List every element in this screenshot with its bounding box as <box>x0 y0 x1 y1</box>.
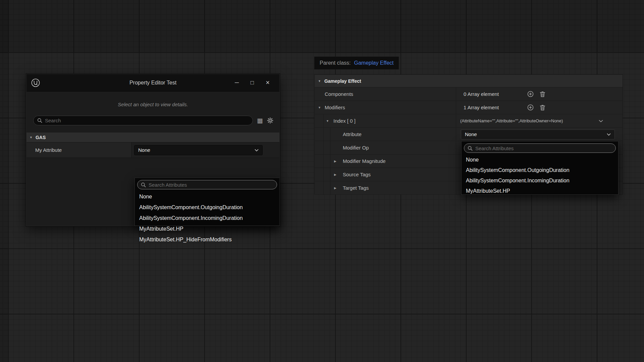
property-editor-body: Select an object to view details. ▦ <box>26 92 279 226</box>
attribute-picker-dropdown: None AbilitySystemComponent.OutgoingDura… <box>135 178 280 226</box>
dropdown-option[interactable]: MyAttributeSet.HP <box>462 186 618 196</box>
parent-class-link[interactable]: Gameplay Effect <box>354 60 393 66</box>
row-label: Index [ 0 ] <box>315 118 356 124</box>
window-controls: ─ □ × <box>229 76 275 89</box>
view-options-button[interactable] <box>267 117 273 124</box>
dropdown-option[interactable]: None <box>135 191 279 202</box>
my-attribute-combo[interactable]: None <box>134 145 263 155</box>
array-count: 1 Array element <box>464 105 527 110</box>
row-label: Components <box>315 91 353 97</box>
viewport: Property Editor Test ─ □ × Select an obj… <box>0 0 644 362</box>
parent-class-chip: Parent class: Gameplay Effect <box>314 57 399 69</box>
combo-selected-value: None <box>465 131 477 137</box>
clear-array-button[interactable] <box>540 91 545 97</box>
array-count: 0 Array element <box>464 91 527 97</box>
row-label: Attribute <box>315 131 362 137</box>
column-view-button[interactable]: ▦ <box>257 117 263 124</box>
window-titlebar[interactable]: Property Editor Test ─ □ × <box>26 74 279 92</box>
property-label: My Attribute <box>26 142 131 158</box>
category-expanded-icon: ▼ <box>318 79 321 83</box>
row-label: Modifier Op <box>315 145 369 150</box>
search-input-wrap[interactable] <box>33 116 253 125</box>
clear-array-button[interactable] <box>540 105 545 111</box>
gear-icon <box>267 117 273 124</box>
dropdown-search-input[interactable] <box>475 145 612 151</box>
struct-summary: (AttributeName="",Attribute="",Attribute… <box>460 118 563 123</box>
index-0-row: ▼ Index [ 0 ] (AttributeName="",Attribut… <box>315 114 623 128</box>
grid-view-icon: ▦ <box>257 117 263 124</box>
search-toolbar: ▦ <box>33 115 273 125</box>
category-gameplay-effect[interactable]: ▼ Gameplay Effect <box>315 75 623 87</box>
modifiers-row: ▼ Modifiers 1 Array element <box>315 101 623 114</box>
category-label: Gameplay Effect <box>324 78 361 84</box>
dropdown-option[interactable]: AbilitySystemComponent.IncomingDuration <box>462 176 618 186</box>
dropdown-search-input[interactable] <box>149 182 273 188</box>
attribute-picker-dropdown: None AbilitySystemComponent.OutgoingDura… <box>461 141 619 195</box>
chevron-down-icon <box>255 149 259 152</box>
expander-collapsed-icon[interactable]: ▶ <box>334 186 336 190</box>
expander-expanded-icon[interactable]: ▼ <box>326 119 329 123</box>
dropdown-option[interactable]: None <box>462 155 618 165</box>
my-attribute-row: My Attribute None <box>26 142 279 158</box>
dropdown-search-wrap[interactable] <box>137 180 277 189</box>
minimize-button[interactable]: ─ <box>229 76 245 89</box>
grid-shade-left <box>0 0 8 362</box>
dropdown-option[interactable]: MyAttributeSet.HP_HideFromModifiers <box>135 234 279 245</box>
expander-collapsed-icon[interactable]: ▶ <box>334 173 336 176</box>
category-label: GAS <box>36 135 46 140</box>
components-row: Components 0 Array element <box>315 87 623 101</box>
details-panel: ▼ Gameplay Effect Components 0 Array ele… <box>314 74 623 194</box>
category-gas[interactable]: ▼ GAS <box>26 132 279 142</box>
property-value-cell: None <box>131 142 279 158</box>
search-icon <box>37 118 42 123</box>
expander-collapsed-icon[interactable]: ▶ <box>334 160 336 163</box>
combo-selected-value: None <box>138 147 150 153</box>
search-input[interactable] <box>45 118 249 123</box>
row-label: Target Tags <box>315 185 369 191</box>
chevron-down-icon[interactable] <box>599 120 603 122</box>
unreal-logo-icon <box>31 78 41 88</box>
search-icon <box>141 182 146 187</box>
chevron-down-icon <box>607 133 611 136</box>
row-label: Modifier Magnitude <box>315 158 386 164</box>
dropdown-option[interactable]: MyAttributeSet.HP <box>135 224 279 234</box>
row-label: Source Tags <box>315 172 371 177</box>
dropdown-option[interactable]: AbilitySystemComponent.OutgoingDuration <box>462 165 618 176</box>
property-editor-window: Property Editor Test ─ □ × Select an obj… <box>26 74 280 226</box>
grid-shade-top <box>0 0 644 52</box>
search-icon <box>468 146 473 151</box>
add-array-element-button[interactable] <box>527 104 534 111</box>
add-array-element-button[interactable] <box>527 91 534 97</box>
expander-expanded-icon[interactable]: ▼ <box>318 106 321 109</box>
dropdown-search-wrap[interactable] <box>464 143 616 153</box>
maximize-button[interactable]: □ <box>245 76 260 89</box>
attribute-row: Attribute None <box>315 128 623 141</box>
empty-selection-hint: Select an object to view details. <box>26 102 279 107</box>
dropdown-option[interactable]: AbilitySystemComponent.OutgoingDuration <box>135 202 279 213</box>
parent-class-label: Parent class: <box>320 60 351 66</box>
attribute-combo[interactable]: None <box>461 129 615 139</box>
close-button[interactable]: × <box>260 76 275 89</box>
dropdown-option[interactable]: AbilitySystemComponent.IncomingDuration <box>135 213 279 224</box>
category-expanded-icon: ▼ <box>30 136 33 139</box>
